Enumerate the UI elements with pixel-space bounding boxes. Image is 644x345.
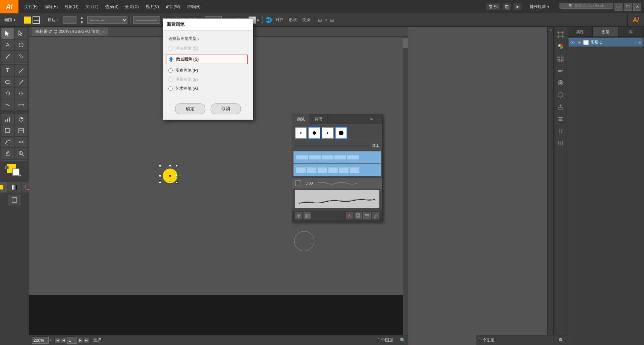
bp-duplicate-btn[interactable] <box>355 212 362 219</box>
transform-btn[interactable]: 变换 <box>300 16 312 23</box>
menu-object[interactable]: 对象(O) <box>61 0 82 13</box>
restore-button[interactable]: ❐ <box>624 3 632 11</box>
rt-pattern-btn[interactable] <box>555 54 566 64</box>
lasso-tool[interactable] <box>15 40 28 50</box>
search-status-icon[interactable]: 🔍 <box>400 338 406 343</box>
stroke-swatch[interactable] <box>33 16 40 24</box>
rp-tab-layers[interactable]: 图层 <box>593 27 618 37</box>
menu-text[interactable]: 文字(T) <box>82 0 102 13</box>
bp-expand-icon[interactable]: ≫ <box>370 117 373 121</box>
radio-art-input[interactable] <box>168 86 173 91</box>
radio-bristle-input[interactable] <box>168 77 173 82</box>
brush-tool[interactable] <box>1 51 14 62</box>
rt-grid2-btn[interactable] <box>555 126 566 136</box>
menu-effect[interactable]: 效果(C) <box>122 0 142 13</box>
warp-tool[interactable] <box>1 99 14 110</box>
rt-circle-btn[interactable] <box>555 78 566 88</box>
bp-delete-btn[interactable]: ✕ <box>346 212 353 219</box>
graph-tool[interactable] <box>1 114 14 125</box>
brush-stripe-1[interactable] <box>293 151 381 163</box>
close-button[interactable]: ✕ <box>633 3 641 11</box>
page-num-input[interactable] <box>67 337 77 344</box>
rt-transform2-btn[interactable] <box>555 138 566 148</box>
brush-dot-4[interactable] <box>335 127 347 139</box>
slice-tool[interactable] <box>15 125 28 136</box>
bp-newbrush-btn[interactable] <box>372 212 379 219</box>
brush-stripe-2[interactable] <box>293 164 381 176</box>
radio-pattern[interactable]: 图案画笔 (P) <box>168 68 248 73</box>
menu-view[interactable]: 视图(V) <box>142 0 162 13</box>
rt-hex-btn[interactable] <box>555 90 566 100</box>
page-first-btn[interactable]: |◀ <box>55 338 60 343</box>
brush-tab-symbol[interactable]: 符号 <box>310 114 328 124</box>
radio-scatter[interactable]: 散点画笔 (S) <box>166 55 248 64</box>
shape-selector[interactable]: 椭圆 ▼ <box>2 16 18 23</box>
page-prev-btn[interactable]: ◀ <box>61 338 66 343</box>
bp-add-library-btn[interactable] <box>295 212 302 219</box>
dialog-confirm-btn[interactable]: 确定 <box>175 104 205 114</box>
radio-bristle[interactable]: 毛刷画笔 (B) <box>168 77 248 82</box>
brush-preview[interactable] <box>133 16 160 24</box>
dialog-cancel-btn[interactable]: 取消 <box>211 104 241 114</box>
reset-colors-btn[interactable] <box>5 166 9 169</box>
radio-pattern-input[interactable] <box>168 68 173 73</box>
direct-selection-tool[interactable] <box>15 28 28 39</box>
align-btn[interactable]: 对齐 <box>273 16 285 23</box>
ellipse-tool[interactable] <box>1 77 14 87</box>
rt-align-btn[interactable] <box>555 114 566 124</box>
bp-options-btn[interactable] <box>363 212 371 219</box>
mirror-tool[interactable] <box>15 88 28 99</box>
layer-visibility-btn[interactable] <box>570 40 575 45</box>
radio-calligraphy[interactable]: 书法画笔 (C) <box>168 46 248 51</box>
fill-swatch[interactable] <box>24 16 31 24</box>
menu-select[interactable]: 选择(S) <box>102 0 122 13</box>
menu-edit[interactable]: 编辑(E) <box>41 0 61 13</box>
color-fill-btn[interactable] <box>0 182 7 193</box>
web-icon-btn[interactable]: 🌐 <box>265 17 272 23</box>
menu-window[interactable]: 窗口(W) <box>162 0 183 13</box>
measure-tool[interactable] <box>15 137 28 147</box>
rp-tab-properties[interactable]: 属性 <box>567 27 593 37</box>
bp-menu-icon[interactable]: ☰ <box>377 117 380 121</box>
page-last-btn[interactable]: ▶| <box>84 338 89 343</box>
rotate-tool[interactable] <box>1 88 14 99</box>
stroke-type-select[interactable]: — — — 实线 <box>87 16 127 24</box>
stroke-width-input[interactable] <box>63 16 76 24</box>
radio-calligraphy-input[interactable] <box>168 46 173 51</box>
rt-para-btn[interactable] <box>555 66 566 76</box>
rt-transform-btn[interactable] <box>555 29 566 40</box>
canvas-scroll-vertical[interactable] <box>403 37 408 342</box>
line-tool[interactable] <box>15 65 28 76</box>
minimize-button[interactable]: — <box>614 3 623 11</box>
brush-dot-3[interactable] <box>322 127 334 139</box>
text-tool[interactable]: T <box>1 65 14 76</box>
pencil-tool[interactable] <box>15 51 28 62</box>
pencil-tool-2[interactable] <box>15 77 28 87</box>
swap-colors-btn[interactable]: ⇄ <box>17 173 22 178</box>
brush-dot-1[interactable] <box>295 127 307 139</box>
layer-row-1[interactable]: ▶ 图层 1 ○ ◉ <box>569 38 643 47</box>
canvas-tab-close-btn[interactable]: × <box>103 30 105 34</box>
hand-tool[interactable] <box>1 148 14 159</box>
search-bottom-icon[interactable]: 🔍 <box>558 338 564 343</box>
menu-help[interactable]: 帮助(H) <box>183 0 204 13</box>
canvas-tab-item[interactable]: 未标题-2* @ 200% (RGB/GPU 预览) × <box>32 27 108 36</box>
pen-tool[interactable] <box>1 40 14 50</box>
gradient-btn[interactable] <box>8 182 21 193</box>
rt-export-btn[interactable] <box>555 102 566 112</box>
chart-tool[interactable] <box>15 114 28 125</box>
search-stock-input[interactable]: 🔍 搜索 Adobe Stock <box>559 3 613 9</box>
page-next-btn[interactable]: ▶ <box>78 338 83 343</box>
scroll-thumb-v[interactable] <box>403 38 408 48</box>
brush-tab-brush[interactable]: 画笔 <box>292 114 310 124</box>
menu-file[interactable]: 文件(F) <box>21 0 41 13</box>
rt-color-btn[interactable] <box>555 42 566 52</box>
rp-tab-libraries[interactable]: 库 <box>619 27 644 37</box>
eyedropper-tool[interactable] <box>1 137 14 147</box>
bp-camera-btn[interactable] <box>304 212 311 219</box>
radio-scatter-input[interactable] <box>169 57 173 62</box>
yellow-circle-object[interactable] <box>160 166 177 183</box>
width-tool[interactable] <box>15 99 28 110</box>
screen-mode-btn[interactable] <box>8 195 21 205</box>
selection-tool[interactable] <box>1 28 14 39</box>
